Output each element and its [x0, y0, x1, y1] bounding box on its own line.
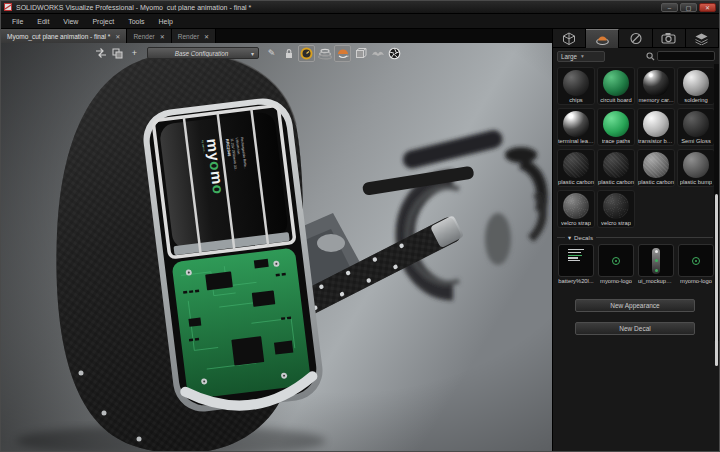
tab-label: Myomo_cut plane animation - final * — [7, 33, 110, 40]
render-3d-scene: myomo my own m... RRC2040 11.25V 2950mAh… — [1, 43, 552, 451]
environment-ripple-icon[interactable] — [317, 46, 332, 61]
tab-close-icon[interactable]: ✕ — [160, 33, 165, 40]
title-bar: SOLIDWORKS Visualize Professional - Myom… — [1, 1, 719, 14]
duplicate-icon[interactable] — [110, 46, 125, 61]
divider — [596, 237, 713, 238]
appearance-label: plastic bump — [680, 178, 713, 185]
appearance-label: chips — [569, 96, 583, 103]
viewport-toolbar: + Base Configuration ▾ ✎ — [1, 44, 552, 62]
tab-close-icon[interactable]: ✕ — [115, 33, 120, 40]
menu-file[interactable]: File — [5, 16, 30, 27]
tab-label: Render — [178, 33, 199, 40]
thumbnail-size-select[interactable]: Large ▾ — [557, 51, 605, 62]
new-decal-button[interactable]: New Decal — [575, 322, 695, 335]
search-input[interactable] — [657, 51, 715, 61]
cube-icon[interactable] — [353, 46, 368, 61]
new-appearance-button[interactable]: New Appearance — [575, 299, 695, 312]
decal-thumbnail — [638, 244, 674, 277]
palette-tab-bar — [553, 29, 719, 48]
material-sphere — [643, 152, 669, 178]
menu-edit[interactable]: Edit — [30, 16, 56, 27]
add-icon[interactable]: + — [127, 46, 142, 61]
material-sphere — [603, 111, 629, 137]
material-sphere — [643, 70, 669, 96]
turntable-gauge-icon[interactable] — [298, 45, 315, 62]
tab-label: Render — [133, 33, 154, 40]
appearance-swatch[interactable]: plastic carbon — [637, 149, 675, 187]
thumbnail-size-value: Large — [561, 53, 581, 60]
appearance-swatch[interactable]: velcro strap — [557, 190, 595, 228]
search-icon — [646, 52, 655, 61]
decal-label: battery%20l... — [558, 277, 593, 284]
app-window: SOLIDWORKS Visualize Professional - Myom… — [0, 0, 720, 452]
models-tab[interactable] — [553, 29, 586, 48]
panel-scrollbar-thumb[interactable] — [715, 194, 718, 366]
appearance-swatch[interactable]: plastic carbon — [597, 149, 635, 187]
palette-panel: Large ▾ chips circuit board memory car..… — [552, 29, 719, 451]
ui-mockup-art — [652, 248, 660, 274]
configuration-dropdown[interactable]: Base Configuration ▾ — [147, 47, 259, 59]
aperture-icon[interactable] — [387, 46, 402, 61]
layers-tab[interactable] — [686, 29, 719, 48]
edit-pencil-icon[interactable]: ✎ — [264, 46, 279, 61]
sync-arrows-icon[interactable] — [93, 46, 108, 61]
myomo-logo-art — [692, 257, 700, 265]
appearance-swatch[interactable]: plastic carbon — [557, 149, 595, 187]
material-sphere — [563, 111, 589, 137]
minimize-button[interactable]: – — [661, 3, 678, 12]
appearance-swatch[interactable]: plastic bump — [677, 149, 715, 187]
tab-render-2[interactable]: Render ✕ — [172, 29, 216, 43]
decal-item[interactable]: myomo-logo — [677, 244, 715, 284]
decal-item[interactable]: ui_mockup_2... — [637, 244, 675, 284]
material-sphere — [603, 193, 629, 219]
appearance-swatch[interactable]: circuit board — [597, 67, 635, 105]
chevron-down-icon: ▾ — [568, 234, 571, 241]
appearance-label: Semi Gloss — [681, 137, 711, 144]
palette-content: chips circuit board memory car... solder… — [553, 64, 719, 451]
menu-tools[interactable]: Tools — [121, 16, 151, 27]
decal-label: ui_mockup_2... — [638, 277, 674, 284]
appearance-grid: chips circuit board memory car... solder… — [557, 67, 713, 228]
chevron-down-icon: ▾ — [251, 50, 254, 57]
material-sphere — [563, 193, 589, 219]
render-viewport[interactable]: myomo my own m... RRC2040 11.25V 2950mAh… — [1, 43, 552, 451]
battery-label-art — [568, 249, 588, 267]
menu-view[interactable]: View — [56, 16, 85, 27]
cameras-tab[interactable] — [653, 29, 686, 48]
lock-icon[interactable] — [281, 46, 296, 61]
material-sphere — [603, 70, 629, 96]
decals-section-header[interactable]: ▾ Decals — [557, 234, 713, 241]
appearance-dome-icon[interactable] — [334, 45, 351, 62]
decal-item[interactable]: battery%20l... — [557, 244, 595, 284]
appearances-tab[interactable] — [586, 29, 619, 48]
appearance-swatch[interactable]: chips — [557, 67, 595, 105]
appearance-label: plastic carbon — [558, 178, 594, 185]
appearance-swatch[interactable]: terminal leads — [557, 108, 595, 146]
decal-label: myomo-logo — [680, 277, 712, 284]
maximize-button[interactable]: ▢ — [680, 3, 697, 12]
menu-project[interactable]: Project — [85, 16, 121, 27]
tab-project[interactable]: Myomo_cut plane animation - final * ✕ — [1, 29, 127, 43]
material-sphere — [603, 152, 629, 178]
app-logo-icon — [4, 3, 12, 11]
decal-item[interactable]: myomo-logo — [597, 244, 635, 284]
wings-icon[interactable] — [370, 46, 385, 61]
appearance-swatch[interactable]: Semi Gloss — [677, 108, 715, 146]
appearance-swatch[interactable]: velcro strap — [597, 190, 635, 228]
pcb-render — [171, 247, 311, 399]
tab-render-1[interactable]: Render ✕ — [127, 29, 171, 43]
appearance-label: memory car... — [638, 96, 673, 103]
appearance-label: plastic carbon — [638, 178, 674, 185]
decal-grid: battery%20l... myomo-logo ui_mockup_2...… — [557, 244, 713, 284]
material-sphere — [683, 70, 709, 96]
appearance-swatch[interactable]: memory car... — [637, 67, 675, 105]
appearance-label: plastic carbon — [598, 178, 634, 185]
menu-help[interactable]: Help — [152, 16, 180, 27]
close-button[interactable]: ✕ — [699, 3, 716, 12]
appearance-swatch[interactable]: trace paths — [597, 108, 635, 146]
material-sphere — [683, 152, 709, 178]
tab-close-icon[interactable]: ✕ — [204, 33, 209, 40]
appearance-swatch[interactable]: transistor base — [637, 108, 675, 146]
environments-tab[interactable] — [619, 29, 652, 48]
appearance-swatch[interactable]: soldering — [677, 67, 715, 105]
